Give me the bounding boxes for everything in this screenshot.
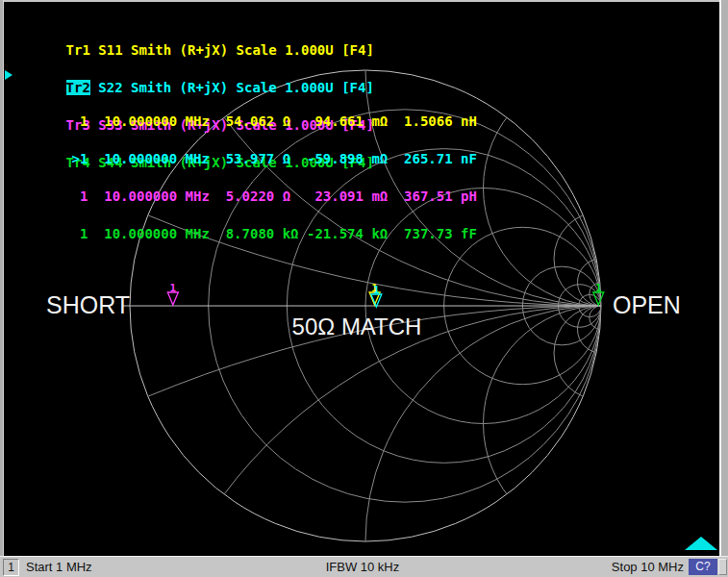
marker-row-tr3: 110.000000 MHz5.0220 Ω23.091 mΩ367.51 pH — [23, 178, 477, 190]
correction-status-badge: C? — [689, 559, 717, 575]
reactance-arc — [0, 306, 728, 556]
marker-active-prefix: > — [72, 153, 80, 165]
up-triangle-icon[interactable] — [685, 537, 717, 550]
marker-equivalent: 1.5066 nH — [404, 115, 477, 128]
marker-frequency: 10.000000 MHz — [104, 115, 210, 128]
reactance-arc — [130, 306, 728, 556]
marker-number: 1 — [80, 190, 88, 203]
ifbw-readout[interactable]: IFBW 10 kHz — [326, 560, 400, 574]
reactance-arc — [365, 306, 728, 556]
marker-reactance: 94.661 mΩ — [307, 115, 388, 128]
trace-settings: S11 Smith (R+jX) Scale 1.000U [F4] — [98, 42, 374, 58]
marker-active-prefix — [72, 115, 80, 128]
marker-frequency: 10.000000 MHz — [104, 153, 210, 165]
marker-equivalent: 737.73 fF — [404, 228, 477, 240]
status-bar-right: Stop 10 MHz C? — [612, 559, 728, 575]
marker-resistance: 5.0220 Ω — [226, 190, 299, 203]
reactance-arc — [484, 70, 719, 306]
trace-marker-2[interactable]: 1 — [371, 284, 382, 307]
marker-resistance: 54.062 Ω — [226, 115, 299, 128]
status-bar: 1 Start 1 MHz IFBW 10 kHz Stop 10 MHz C? — [0, 556, 728, 577]
stop-frequency[interactable]: Stop 10 MHz — [612, 560, 684, 574]
trace-id: Tr1 — [66, 42, 90, 58]
start-frequency[interactable]: Start 1 MHz — [26, 560, 92, 574]
marker-row-tr1: 110.000000 MHz54.062 Ω94.661 mΩ1.5066 nH — [23, 103, 477, 115]
reactance-arc — [484, 306, 719, 541]
window-border-left — [0, 0, 4, 556]
marker-frequency: 10.000000 MHz — [104, 190, 210, 203]
marker-equivalent: 265.71 nF — [404, 153, 477, 165]
marker-reactance: -59.898 mΩ — [307, 153, 388, 165]
vna-screen: 1111 SHORT OPEN 50Ω MATCH Tr1S11 Smith (… — [0, 0, 728, 577]
channel-number-box[interactable]: 1 — [3, 559, 19, 576]
marker-reactance: -21.574 kΩ — [307, 228, 388, 240]
svg-text:1: 1 — [170, 282, 177, 294]
open-label: OPEN — [613, 291, 681, 319]
marker-active-prefix — [72, 228, 80, 240]
svg-text:1: 1 — [373, 284, 380, 296]
marker-reactance: 23.091 mΩ — [307, 190, 388, 203]
marker-number: 1 — [80, 153, 88, 165]
window-border-top — [0, 0, 728, 2]
marker-resistance: 8.7080 kΩ — [226, 228, 299, 240]
marker-number: 1 — [80, 228, 88, 240]
match-label: 50Ω MATCH — [292, 314, 422, 340]
status-bar-blank-button — [718, 559, 727, 575]
short-label: SHORT — [46, 291, 130, 319]
marker-equivalent: 367.51 pH — [404, 190, 477, 203]
active-trace-arrow-icon — [5, 70, 13, 80]
trace-marker-4[interactable]: 1 — [593, 282, 604, 305]
marker-row-tr2: >110.000000 MHz53.977 Ω-59.898 mΩ265.71 … — [23, 140, 477, 153]
trace-row-tr1[interactable]: Tr1S11 Smith (R+jX) Scale 1.000U [F4] — [17, 32, 374, 44]
marker-frequency: 10.000000 MHz — [104, 228, 210, 240]
marker-resistance: 53.977 Ω — [226, 153, 299, 165]
trace-marker-3[interactable]: 1 — [167, 282, 178, 305]
marker-row-tr4: 110.000000 MHz8.7080 kΩ-21.574 kΩ737.73 … — [23, 215, 477, 228]
svg-text:1: 1 — [595, 282, 602, 294]
marker-number: 1 — [80, 115, 88, 128]
window-border-right — [719, 0, 728, 556]
marker-active-prefix — [72, 190, 80, 203]
marker-readout-table: 110.000000 MHz54.062 Ω94.661 mΩ1.5066 nH… — [23, 78, 477, 253]
